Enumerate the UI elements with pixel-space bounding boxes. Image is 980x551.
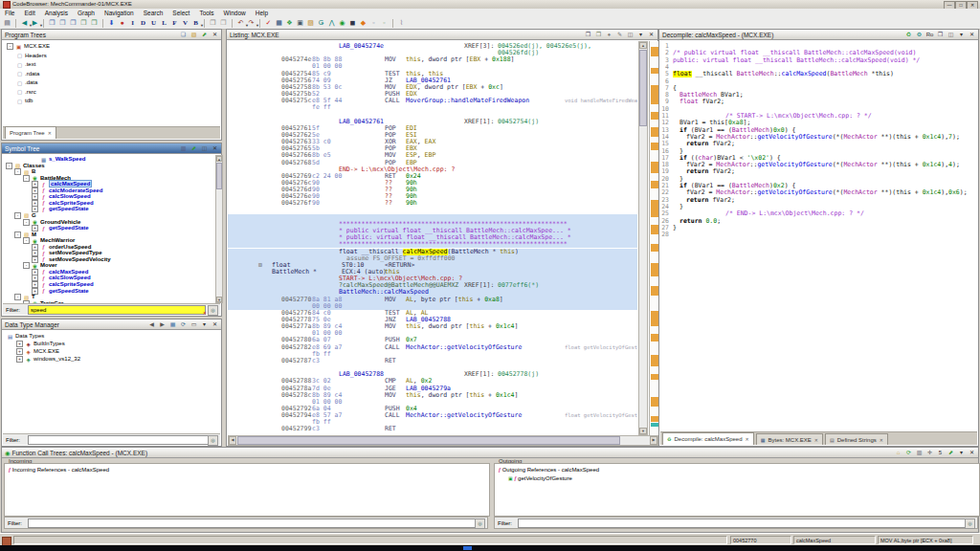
filter-options-icon[interactable]: ◎ — [965, 518, 975, 529]
panel-menu-icon[interactable]: ▾ — [200, 320, 209, 329]
export-icon[interactable]: ⬈ — [947, 449, 955, 457]
listing-row[interactable] — [228, 364, 637, 371]
listing-row[interactable]: 0045277684 c0TESTAL, AL — [228, 310, 637, 317]
panel-menu-icon[interactable]: ▾ — [636, 31, 645, 39]
listing-row[interactable] — [228, 208, 637, 214]
listing-row[interactable]: BattleMech *ECX:4 (auto)this — [228, 269, 637, 276]
graph-icon[interactable]: ⚙ — [915, 31, 924, 39]
decompile-content[interactable]: 12/* public virtual float __thiscall Bat… — [660, 41, 978, 432]
snapshot-copy-icon[interactable]: ❐ — [208, 18, 218, 28]
outgoing-root-item[interactable]: Outgoing References - calcMaxSpeed — [502, 467, 599, 473]
overview-mark[interactable] — [651, 47, 658, 56]
overview-mark[interactable] — [651, 127, 658, 137]
decompile-line[interactable]: 23return fVar2; — [660, 197, 978, 204]
listing-row[interactable]: float __thiscall calcMaxSpeed(BattleMech… — [228, 249, 637, 255]
listing-row[interactable]: 0045276f90??90h — [228, 200, 637, 207]
back-icon[interactable]: ◀ — [147, 320, 156, 329]
clear-filter-icon[interactable]: ✕ — [203, 307, 207, 319]
listing-row[interactable]: assume FS_OFFSET = 0xffdff000 — [228, 255, 637, 262]
letter-d-icon[interactable]: D — [138, 18, 148, 28]
menu-analysis[interactable]: Analysis — [40, 10, 73, 16]
tab-program-tree[interactable]: Program Tree ✕ — [5, 126, 56, 139]
close-icon[interactable]: ✕ — [968, 31, 976, 39]
export-icon[interactable]: ⬈ — [200, 31, 209, 39]
refresh-icon[interactable]: ⟳ — [904, 449, 913, 457]
listing-row[interactable]: 004527708a 81 a8MOVAL, byte ptr [this + … — [228, 297, 637, 303]
menu-window[interactable]: Window — [219, 10, 251, 16]
listing-row[interactable]: 0045277875 0eJNZLAB_00452788 — [228, 317, 637, 323]
paste-icon[interactable]: ❐ — [68, 18, 78, 28]
tree-item[interactable]: ▢.rdata — [3, 71, 220, 77]
close-icon[interactable]: ✕ — [647, 31, 656, 39]
listing-row[interactable]: 01 00 00 — [228, 399, 637, 406]
undo-icon[interactable]: ↶▼ — [235, 18, 246, 28]
close-icon[interactable]: ✕ — [968, 449, 976, 457]
decompile-line[interactable]: 24} — [660, 204, 978, 210]
memory-map-icon[interactable]: ▦ — [274, 18, 284, 28]
tree-item[interactable]: ▢.data — [3, 79, 220, 86]
letter-i-icon[interactable]: I — [127, 18, 138, 28]
refresh-icon[interactable]: ◉ — [337, 18, 347, 28]
expand-icon[interactable]: ✛ — [925, 449, 934, 457]
script-icon[interactable]: ⌇ — [396, 18, 407, 28]
overview-mark[interactable] — [651, 112, 658, 120]
overview-mark[interactable] — [651, 85, 658, 104]
listing-row[interactable]: 0045275674 09JZLAB_00452761 — [228, 77, 637, 84]
listing-row[interactable] — [228, 112, 637, 119]
listing-row[interactable]: 00452794e8 57 a7CALLMechActor::getVeloci… — [228, 412, 637, 419]
listing-row[interactable]: 0045276333 c0XOREAX, EAX — [228, 139, 637, 145]
panel-menu-icon[interactable]: ▾ — [957, 449, 966, 457]
decompile-line[interactable]: 14fVar2 = MechActor::getVelocityOfGestur… — [660, 134, 978, 141]
tab-bytes-mcx-exe[interactable]: ▦Bytes: MCX.EXE✕ — [756, 433, 823, 445]
overview-cursor-mark[interactable] — [651, 423, 658, 427]
function-graph-icon[interactable]: Ǥ — [316, 18, 326, 28]
program-trees-header[interactable]: Program Trees ❏▨⬈✕ — [2, 30, 221, 40]
overview-mark[interactable] — [651, 334, 658, 342]
listing-row[interactable]: 00452787c3RET — [228, 358, 637, 364]
forward-icon[interactable]: ▶ — [158, 320, 167, 329]
overview-mark[interactable] — [651, 225, 658, 234]
letter-v-icon[interactable]: V — [180, 18, 190, 28]
listing-row[interactable]: 01 00 00 — [228, 330, 637, 337]
listing-row[interactable]: * public: virtual float __thiscall Battl… — [228, 234, 637, 241]
listing-row[interactable]: 00452769c2 24 00RET0x24 — [228, 173, 637, 180]
decompile-line[interactable]: 20} — [660, 176, 978, 183]
clipboard-icon[interactable]: ❒ — [89, 18, 100, 28]
listing-row[interactable]: 0045274e8b 8b 88MOVthis, dword ptr [EBX … — [228, 56, 637, 63]
snapshot-icon[interactable]: ◫ — [947, 31, 955, 39]
tab-close-icon[interactable]: ✕ — [746, 434, 749, 444]
taskbar-item[interactable] — [463, 546, 472, 550]
tree-item[interactable]: ▢tdb — [3, 98, 220, 104]
chart-icon[interactable]: ▥ — [179, 144, 188, 153]
overview-mark[interactable] — [651, 143, 658, 150]
listing-row[interactable]: 004527685dPOPEBP — [228, 160, 637, 166]
bookmark-icon[interactable]: ▨ — [305, 18, 316, 28]
listing-row[interactable]: 0045276c90??90h — [228, 180, 637, 187]
letter-l-icon[interactable]: L — [159, 18, 169, 28]
listing-row[interactable]: fb ff — [228, 351, 637, 358]
symbol-filter-input[interactable] — [28, 305, 206, 315]
listing-row[interactable]: ⊞floatST0:10<RETURN> — [228, 262, 637, 269]
tab-close-icon[interactable]: ✕ — [48, 128, 52, 138]
decompile-line[interactable]: 16} — [660, 148, 978, 155]
listing-row[interactable]: 004527588b 53 0cMOVEDX, dword ptr [EBX +… — [228, 84, 637, 91]
listing-vscrollbar[interactable]: ▲ ▼ — [638, 41, 648, 435]
decompile-line[interactable]: 17if ((char)BVar1 < '\x02') { — [660, 155, 978, 162]
tool-b-icon[interactable]: ▫ — [379, 18, 390, 28]
listing-row[interactable] — [228, 214, 637, 221]
overview-mark[interactable] — [651, 416, 658, 422]
filter-duplicates-icon[interactable]: ▥ — [915, 449, 924, 457]
listing-row[interactable]: 00452799c3RET — [228, 426, 637, 432]
data-type-manager-header[interactable]: Data Type Manager ◀▶▦⟳▭▾✕ — [2, 320, 221, 330]
overview-mark[interactable] — [651, 263, 658, 276]
decompile-line[interactable]: 27} — [660, 225, 978, 231]
overview-mark[interactable] — [651, 68, 658, 74]
dtm-filter-input[interactable] — [28, 435, 212, 445]
diff-icon[interactable]: ◆ — [358, 18, 368, 28]
listing-row[interactable]: 004527668b e5MOVESP, EBP — [228, 152, 637, 159]
symbol-tree-scrollbar[interactable]: ▲ ▼ — [215, 155, 223, 303]
refresh-icon[interactable]: ⟳ — [179, 320, 188, 329]
snapshot-icon[interactable]: ◫ — [200, 144, 209, 153]
overview-mark[interactable] — [651, 200, 658, 217]
decompile-line[interactable]: 18fVar2 = MechActor::getVelocityOfGestur… — [660, 162, 978, 168]
